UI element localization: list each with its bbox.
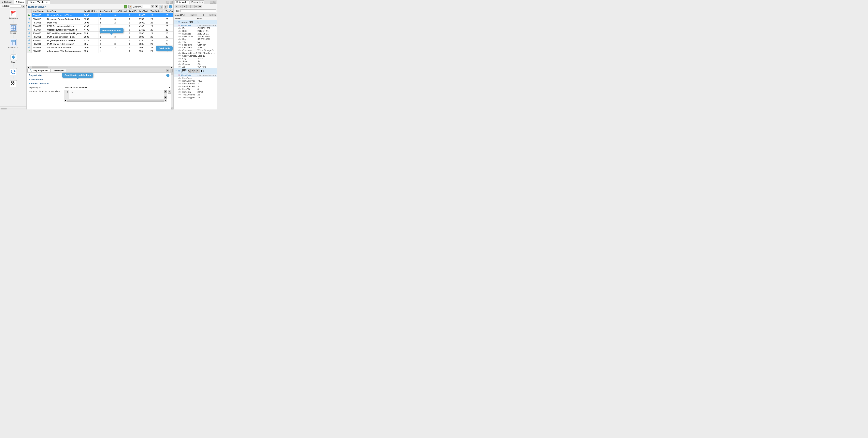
record-first-button[interactable]: |◄	[191, 13, 194, 17]
description-header[interactable]: ► Description	[29, 78, 172, 81]
delete-record-button[interactable]: 🗑	[183, 5, 186, 8]
col-item-total[interactable]: ItemTotal	[138, 9, 149, 13]
table-cell[interactable]: PSM (price per class) - 1 day	[46, 35, 83, 39]
zoom-fit-icon[interactable]: 🔍	[159, 5, 163, 8]
table-cell[interactable]: 0	[128, 18, 138, 21]
middle-maximize-button[interactable]: □	[170, 1, 173, 4]
table-cell[interactable]: 7500	[138, 46, 149, 49]
props-scroll-up-button[interactable]: ▲	[171, 72, 173, 75]
table-cell[interactable]: 22485	[138, 13, 149, 18]
table-cell[interactable]: 0	[128, 42, 138, 46]
table-cell[interactable]: PSM008	[32, 32, 46, 35]
table-cell[interactable]: 0	[128, 13, 138, 18]
props-maximize-button[interactable]: □	[170, 69, 173, 72]
table-cell[interactable]: 0	[128, 25, 138, 28]
table-cell[interactable]: PSM Starter (100K records)	[46, 42, 83, 46]
step-repeat[interactable]: Repeat	[9, 24, 18, 35]
add-record-button[interactable]: +	[175, 5, 178, 8]
repeat-type-select[interactable]: Until no more elements Fixed number Unti…	[64, 86, 172, 89]
table-cell[interactable]: Additional 350K reccords	[46, 46, 83, 49]
table-cell[interactable]: 4375	[83, 39, 98, 42]
table-row[interactable]: ↺PSM007Additional 350K reccords250033075…	[27, 46, 174, 49]
record-prev-button[interactable]: ◄	[194, 13, 197, 17]
table-cell[interactable]: 0	[128, 21, 138, 25]
table-cell[interactable]: 4995	[83, 25, 98, 28]
filter-input[interactable]	[180, 9, 216, 12]
left-scrollbar-h[interactable]	[0, 108, 26, 110]
right-maximize-button[interactable]: □	[213, 1, 216, 4]
step-properties-tab[interactable]: 🔧 Step Properties	[27, 69, 50, 72]
code-scroll-h[interactable]: ◄ ►	[64, 99, 167, 102]
props-minimize-button[interactable]: –	[166, 69, 169, 72]
import-button[interactable]: ⬇	[186, 5, 190, 8]
table-row[interactable]: ↺PSM003PSM Web79952201599026260	[27, 21, 174, 25]
zoom-input[interactable]: 100	[143, 5, 150, 8]
table-cell[interactable]: 26	[149, 39, 164, 42]
table-cell[interactable]: 8750	[138, 39, 149, 42]
table-cell[interactable]: 3	[113, 35, 128, 39]
table-cell[interactable]: 595	[138, 49, 149, 53]
table-cell[interactable]: B2C and Payment Module Upgrade	[46, 32, 83, 35]
table-cell[interactable]: PSM007	[32, 46, 46, 49]
table-cell[interactable]: PSM001	[32, 42, 46, 46]
col-item-ordered[interactable]: ItemOrdered	[98, 9, 113, 13]
table-cell[interactable]: 1	[98, 49, 113, 53]
table-cell[interactable]: 0	[128, 39, 138, 42]
table-cell[interactable]: PSM004	[32, 28, 46, 32]
table-cell[interactable]: PSM002	[32, 25, 46, 28]
table-cell[interactable]: 26	[164, 28, 174, 32]
table-cell[interactable]: 26	[164, 21, 174, 25]
table-cell[interactable]: 0	[128, 32, 138, 35]
table-cell[interactable]: 2	[98, 39, 113, 42]
zoom-up-button[interactable]: ▲	[151, 5, 154, 8]
run-icon[interactable]: ▶	[124, 5, 127, 8]
zoom-in-icon[interactable]: ⊕	[164, 5, 167, 8]
table-row[interactable]: ↺PSM001PSM Starter (100K records)9953302…	[27, 42, 174, 46]
nav-btn[interactable]: ►|	[196, 69, 199, 73]
col-item-bo[interactable]: ItemBO	[128, 9, 138, 13]
table-cell[interactable]: PSM Production (unlimited)	[46, 25, 83, 28]
table-cell[interactable]: 0	[128, 35, 138, 39]
props-scrollbar-v[interactable]: ▲ ▼	[170, 72, 174, 110]
messages-tab[interactable]: ℹ Messages	[51, 69, 66, 72]
table-cell[interactable]: 15990	[138, 21, 149, 25]
table-cell[interactable]: 26	[164, 18, 174, 21]
table-cell[interactable]: PSM003	[32, 21, 46, 25]
table-cell[interactable]: PSM Web	[46, 21, 83, 25]
code-scroll-v[interactable]: ▲ ▼	[164, 90, 167, 99]
data-model-tab[interactable]: Data Model	[175, 0, 189, 4]
table-cell[interactable]: 995	[83, 42, 98, 46]
table-cell[interactable]: 4495	[83, 28, 98, 32]
props-info-icon[interactable]: ?	[166, 74, 169, 77]
table-cell[interactable]: 26	[149, 32, 164, 35]
table-cell[interactable]: 595	[83, 49, 98, 53]
table-cell[interactable]: 26	[164, 42, 174, 46]
table-cell[interactable]: 26	[164, 39, 174, 42]
steps-tab[interactable]: 🗒 Steps	[14, 0, 26, 4]
code-h-scroll-right[interactable]: ►	[165, 100, 167, 101]
table-cell[interactable]: 795	[83, 32, 98, 35]
record-last-button[interactable]: ►|	[213, 13, 216, 17]
tree-item[interactable]: ▼record [47]1	[174, 20, 217, 24]
table-row[interactable]: ↺PSM010Document Design Training - 1 day1…	[27, 18, 174, 21]
table-cell[interactable]: 2000	[83, 35, 98, 39]
table-cell[interactable]: 3	[113, 13, 128, 18]
eye-button[interactable]: 👁	[194, 5, 198, 8]
scroll-left-button[interactable]: ◄	[27, 66, 30, 68]
table-cell[interactable]: 26	[164, 13, 174, 18]
parameters-tab[interactable]: Parameters	[190, 0, 205, 4]
table-cell[interactable]: 26	[164, 35, 174, 39]
table-row[interactable]: ↺PSM006Upgrade (Production to Web)437522…	[27, 39, 174, 42]
step-extraction1[interactable]: Extraction1	[8, 38, 19, 49]
table-cell[interactable]: 1	[113, 49, 128, 53]
props-scroll-down-button[interactable]: ▼	[170, 107, 173, 110]
table-cell[interactable]: 13485	[138, 28, 149, 32]
table-cell[interactable]: 2	[98, 21, 113, 25]
table-cell[interactable]: 0	[128, 49, 138, 53]
table-cell[interactable]: 1250	[83, 18, 98, 21]
step-sync[interactable]	[9, 68, 18, 76]
table-cell[interactable]: Upgrade (Starter to Web)	[46, 13, 83, 18]
table-cell[interactable]: PSM009	[32, 49, 46, 53]
table-row[interactable]: ↺PSM011PSM (price per class) - 1 day2000…	[27, 35, 174, 39]
table-cell[interactable]: 1	[98, 25, 113, 28]
